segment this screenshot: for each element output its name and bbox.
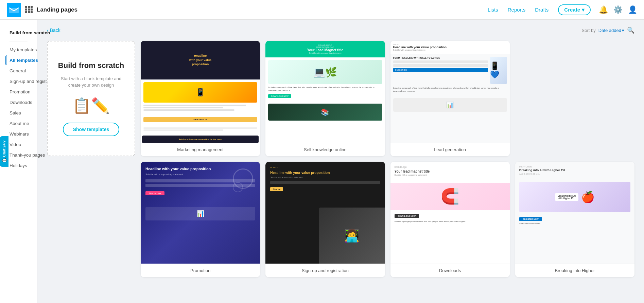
- scratch-desc: Start with a blank template and create y…: [54, 75, 128, 89]
- show-templates-button[interactable]: Show templates: [63, 123, 120, 136]
- sidebar-item-build-from-scratch[interactable]: Build from scratch: [5, 28, 32, 38]
- template-preview-breaking-higher: INSTITUTION Breaking into AI with Higher…: [515, 162, 634, 264]
- nav-drafts[interactable]: Drafts: [535, 7, 549, 13]
- sort-value[interactable]: Date added ▾: [598, 28, 624, 33]
- template-label-breaking-higher: Breaking into Higher: [515, 264, 634, 277]
- template-label-dark-headline: Sign-up and registration: [265, 264, 385, 277]
- mm-body: 📱: [141, 79, 260, 114]
- main-layout: Build from scratch My templates All temp…: [0, 20, 644, 303]
- mm-header: Headlinewith your valueproposition: [141, 41, 260, 79]
- sidebar-item-video[interactable]: Video: [5, 140, 32, 149]
- sko-books-graphic: 📚: [321, 108, 329, 116]
- template-preview-lead-generation: LOGO Headline with your value propositio…: [390, 41, 510, 143]
- lead-magnet-graphic: 🧲: [441, 188, 459, 205]
- sko-illustration-graphic: 💻🌿: [313, 67, 337, 78]
- user-icon[interactable]: 👤: [628, 5, 637, 14]
- top-navigation: Landing pages Lists Reports Drafts Creat…: [0, 0, 644, 20]
- settings-icon[interactable]: ⚙️: [613, 5, 623, 14]
- template-label-sell-knowledge: Sell knowledge online: [265, 143, 385, 156]
- template-preview-marketing: Headlinewith your valueproposition 📱: [141, 41, 260, 143]
- template-preview-dark-headline: AL LOGO Headline with your value proposi…: [265, 162, 385, 264]
- template-label-lead-magnet: Downloads: [390, 264, 510, 277]
- sidebar-item-my-templates[interactable]: My templates: [5, 45, 32, 55]
- sidebar-item-sales[interactable]: Sales: [5, 108, 32, 118]
- breaking-higher-graphic: 🍎: [581, 191, 595, 203]
- sidebar-item-promotion[interactable]: Promotion: [5, 87, 32, 97]
- template-card-dark-headline[interactable]: AL LOGO Headline with your value proposi…: [265, 162, 385, 277]
- nav-links: Lists Reports Drafts: [488, 7, 549, 13]
- app-name: Landing pages: [37, 6, 77, 13]
- template-card-lead-magnet[interactable]: Brand Logo Your lead magnet title Subtit…: [390, 162, 510, 277]
- sidebar-item-about-me[interactable]: About me: [5, 119, 32, 128]
- template-card-sell-knowledge[interactable]: BRAND LOGO FREE DOWNLOAD Your Lead Magne…: [265, 41, 385, 156]
- template-preview-lead-magnet: Brand Logo Your lead magnet title Subtit…: [390, 162, 510, 264]
- template-card-marketing-management[interactable]: Headlinewith your valueproposition 📱: [141, 41, 260, 156]
- sort-chevron-icon: ▾: [622, 28, 624, 33]
- back-button[interactable]: ‹ Back: [47, 28, 60, 33]
- nav-lists[interactable]: Lists: [488, 7, 498, 13]
- template-grid-row1: Build from scratch Start with a blank te…: [47, 41, 634, 156]
- mm-image: 📱: [143, 82, 257, 103]
- template-preview-promo: Headline with your value proposition Sub…: [141, 162, 260, 264]
- sidebar-item-webinars[interactable]: Webinars: [5, 129, 32, 139]
- template-card-breaking-higher[interactable]: INSTITUTION Breaking into AI with Higher…: [515, 162, 634, 277]
- sort-bar: Sort by Date added ▾ 🔍: [582, 26, 634, 34]
- create-button[interactable]: Create ▾: [558, 4, 591, 15]
- scratch-title: Build from scratch: [58, 61, 124, 71]
- main-content: ‹ Back Sort by Date added ▾ 🔍 Build from…: [37, 20, 644, 303]
- sidebar-item-holidays[interactable]: Holidays: [5, 161, 32, 171]
- sidebar-item-general[interactable]: General: [5, 66, 32, 76]
- sidebar-item-signup[interactable]: Sign-up and registration: [5, 76, 32, 86]
- app-grid-icon[interactable]: [25, 6, 33, 14]
- mm-image-graphic: 📱: [196, 88, 205, 97]
- template-label-promo: Promotion: [141, 264, 260, 277]
- search-button[interactable]: 🔍: [627, 26, 634, 34]
- nav-reports[interactable]: Reports: [508, 7, 526, 13]
- back-chevron-icon: ‹: [47, 28, 49, 33]
- main-topbar: ‹ Back Sort by Date added ▾ 🔍: [47, 26, 634, 34]
- build-from-scratch-card[interactable]: Build from scratch Start with a blank te…: [47, 41, 135, 156]
- template-label-marketing: Marketing management: [141, 143, 260, 156]
- template-label-lead-generation: Lead generation: [390, 143, 510, 156]
- notification-icon[interactable]: 🔔: [599, 5, 608, 14]
- chat-widget[interactable]: 💬 Chat 24/7: [0, 136, 8, 167]
- template-card-promo[interactable]: Headline with your value proposition Sub…: [141, 162, 260, 277]
- lg-illustration-graphic: 📱💙: [490, 61, 507, 79]
- sidebar-item-thank-you[interactable]: Thank-you pages: [5, 150, 32, 160]
- app-logo: [7, 3, 21, 17]
- row2-spacer: [47, 162, 135, 277]
- dark-headline-graphic: 👩‍💻: [344, 229, 360, 243]
- template-grid-row2: Headline with your value proposition Sub…: [47, 162, 634, 277]
- chat-icon: 💬: [2, 158, 6, 163]
- sidebar-item-downloads[interactable]: Downloads: [5, 97, 32, 107]
- template-card-lead-generation[interactable]: LOGO Headline with your value propositio…: [390, 41, 510, 156]
- sidebar-item-all-templates[interactable]: All templates: [5, 55, 32, 65]
- template-preview-sell-knowledge: BRAND LOGO FREE DOWNLOAD Your Lead Magne…: [265, 41, 385, 143]
- sidebar-divider: [10, 41, 28, 41]
- scratch-edit-icon: 📋✏️: [72, 97, 110, 114]
- sort-label: Sort by: [582, 28, 596, 33]
- topnav-icons: 🔔 ⚙️ 👤: [599, 5, 637, 14]
